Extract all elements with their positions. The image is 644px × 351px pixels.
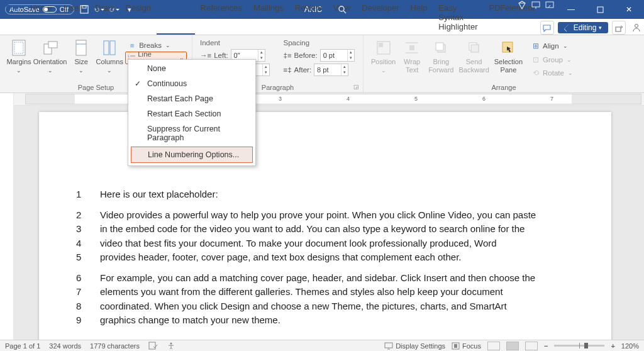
- editing-mode-button[interactable]: Editing▾: [558, 22, 609, 33]
- spacing-before-input[interactable]: ▴▾: [320, 49, 355, 62]
- line-text[interactable]: elements you want from the different gal…: [100, 285, 566, 299]
- svg-rect-7: [546, 2, 553, 8]
- document-line[interactable]: 8coordinated. When you click Design and …: [74, 299, 566, 314]
- menu-item-restart-each-section[interactable]: Restart Each Section: [130, 106, 254, 121]
- svg-rect-17: [104, 41, 109, 55]
- selection-pane-icon: [499, 39, 517, 57]
- status-page[interactable]: Page 1 of 1: [5, 342, 40, 350]
- qat-more-icon[interactable]: ▾: [125, 4, 135, 14]
- tab-mailings[interactable]: Mailings: [248, 1, 289, 35]
- spellcheck-icon[interactable]: [148, 342, 158, 350]
- read-mode-button[interactable]: [487, 342, 500, 350]
- indent-left-icon: →≡: [200, 52, 211, 59]
- tab-file[interactable]: File: [0, 1, 25, 35]
- present-icon[interactable]: [531, 0, 541, 10]
- group-icon: ⊡: [531, 55, 540, 64]
- tab-easy-syntax-highlighter[interactable]: Easy Syntax Highlighter: [433, 1, 483, 35]
- redo-icon[interactable]: [109, 4, 119, 14]
- save-icon[interactable]: [79, 4, 89, 14]
- zoom-level[interactable]: 120%: [621, 342, 639, 350]
- tab-review[interactable]: Review: [289, 1, 328, 35]
- columns-button[interactable]: Columns⌄: [95, 38, 124, 79]
- focus-button[interactable]: Focus: [452, 342, 481, 350]
- diamond-icon[interactable]: [517, 0, 527, 10]
- document-line[interactable]: 9graphics change to match your new theme…: [74, 313, 566, 328]
- document-line[interactable]: 5provides header, footer, cover page, an…: [74, 250, 566, 265]
- share-button[interactable]: [612, 21, 626, 35]
- orientation-button[interactable]: Orientation⌄: [33, 38, 67, 79]
- line-text[interactable]: video that best fits your document. To m…: [100, 237, 566, 251]
- breaks-button[interactable]: ≡Breaks⌄: [125, 39, 187, 52]
- ruler-vertical[interactable]: [0, 93, 14, 340]
- print-layout-button[interactable]: [506, 342, 519, 350]
- tab-developer[interactable]: Developer: [356, 1, 404, 35]
- document-line[interactable]: 3in the embed code for the video you wan…: [74, 222, 566, 237]
- document-line[interactable]: 7elements you want from the different ga…: [74, 285, 566, 299]
- comments-button[interactable]: [540, 21, 554, 35]
- rotate-icon: ⟲: [531, 69, 540, 77]
- spacing-after-input[interactable]: ▴▾: [314, 64, 348, 76]
- align-button[interactable]: ⊞Align⌄: [529, 40, 575, 52]
- size-button[interactable]: Size⌄: [67, 38, 95, 79]
- svg-rect-9: [616, 27, 621, 31]
- menu-item-none[interactable]: None: [130, 61, 254, 76]
- line-number: 9: [74, 313, 100, 328]
- group-label-page-setup: Page Setup: [78, 84, 114, 91]
- line-text[interactable]: coordinated. When you click Design and c…: [100, 299, 566, 314]
- spacing-before-label: Before:: [294, 52, 318, 59]
- menu-item-suppress-for-current-paragraph[interactable]: Suppress for Current Paragraph: [130, 121, 254, 145]
- svg-rect-18: [110, 41, 115, 55]
- ribbon-mode-icon[interactable]: [545, 0, 555, 10]
- document-line[interactable]: 6For example, you can add a matching cov…: [74, 271, 566, 286]
- account-icon[interactable]: [630, 21, 643, 35]
- menu-item-continuous[interactable]: Continuous: [130, 76, 254, 91]
- status-words[interactable]: 324 words: [49, 342, 81, 350]
- document-line[interactable]: 2Video provides a powerful way to help y…: [74, 208, 566, 223]
- group-objects-button: ⊡Group⌄: [529, 53, 575, 66]
- dialog-launcher-icon[interactable]: ◲: [353, 84, 359, 90]
- selection-pane-button[interactable]: Selection Pane: [492, 38, 525, 79]
- bring-forward-icon: [432, 39, 450, 57]
- ribbon: Margins⌄ Orientation⌄ Size⌄ Columns⌄ ≡Br…: [0, 35, 644, 93]
- bring-forward-button: Bring Forward: [426, 38, 456, 79]
- maximize-button[interactable]: [587, 0, 613, 19]
- status-chars[interactable]: 1779 characters: [90, 342, 140, 350]
- line-text[interactable]: graphics change to match your new theme.: [100, 313, 566, 328]
- line-number: 4: [74, 237, 100, 251]
- search-icon[interactable]: [337, 4, 347, 14]
- tab-help[interactable]: Help: [405, 1, 433, 35]
- ruler-tick: 7: [550, 96, 553, 102]
- display-settings-button[interactable]: Display Settings: [384, 342, 445, 350]
- svg-rect-24: [379, 43, 383, 47]
- ruler-horizontal[interactable]: ∟ 1234567: [0, 93, 644, 106]
- tab-references[interactable]: References: [195, 1, 248, 35]
- margins-button[interactable]: Margins⌄: [5, 38, 33, 79]
- zoom-slider[interactable]: [554, 345, 604, 347]
- zoom-in-button[interactable]: +: [611, 342, 614, 350]
- menu-item-line-numbering-options[interactable]: Line Numbering Options...: [131, 147, 253, 163]
- line-text[interactable]: Here is our text placeholder:: [100, 187, 566, 202]
- line-text[interactable]: in the embed code for the video you want…: [100, 222, 566, 237]
- svg-point-2: [339, 6, 344, 11]
- line-text[interactable]: provides header, footer, cover page, and…: [100, 250, 566, 265]
- undo-icon[interactable]: [94, 4, 104, 14]
- line-text[interactable]: Video provides a powerful way to help yo…: [100, 208, 566, 223]
- size-icon: [72, 39, 90, 57]
- minimize-button[interactable]: —: [558, 0, 584, 19]
- document-line[interactable]: 1Here is our text placeholder:: [74, 187, 566, 202]
- tab-layout[interactable]: Layout: [157, 1, 195, 35]
- accessibility-icon[interactable]: [167, 342, 175, 350]
- svg-point-34: [170, 343, 172, 345]
- zoom-out-button[interactable]: −: [544, 342, 548, 350]
- line-text[interactable]: For example, you can add a matching cove…: [100, 271, 566, 286]
- svg-rect-38: [454, 344, 457, 348]
- document-line[interactable]: 4video that best fits your document. To …: [74, 237, 566, 251]
- svg-rect-8: [597, 7, 603, 13]
- margins-icon: [10, 39, 28, 57]
- menu-item-restart-each-page[interactable]: Restart Each Page: [130, 91, 254, 106]
- wrap-text-button: Wrap Text: [398, 38, 426, 79]
- web-layout-button[interactable]: [525, 342, 538, 350]
- line-numbers-dropdown: NoneContinuousRestart Each PageRestart E…: [128, 59, 256, 166]
- close-button[interactable]: ✕: [616, 0, 641, 19]
- document-viewport[interactable]: 1Here is our text placeholder:2Video pro…: [14, 106, 644, 340]
